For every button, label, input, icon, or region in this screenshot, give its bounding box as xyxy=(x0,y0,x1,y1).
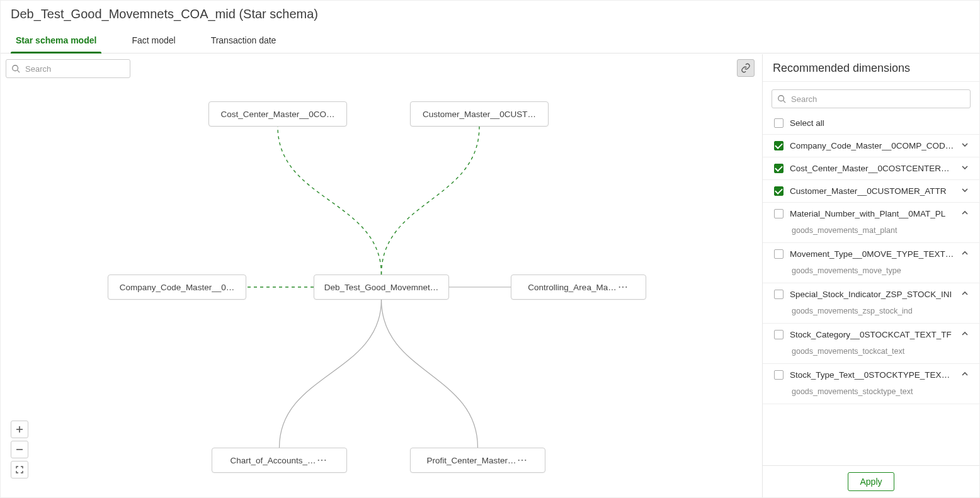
node-label: Chart_of_Accounts_… xyxy=(231,456,316,465)
schema-canvas[interactable]: Cost_Center_Master__0CO…Customer_Master_… xyxy=(1,54,762,497)
dimension-row[interactable]: Stock_Type_Text__0STOCKTYPE_TEXT_T xyxy=(763,364,979,386)
dimension-sub: goods_movements_stocktype_text xyxy=(763,386,979,404)
dimension-label: Stock_Category__0STOCKCAT_TEXT_TF xyxy=(790,330,954,339)
panel-search-input[interactable] xyxy=(790,94,965,105)
dimension-label: Movement_Type__0MOVE_TYPE_TEXT_T xyxy=(790,249,954,259)
dimension-sub: goods_movements_mat_plant xyxy=(763,225,979,242)
node-company_code[interactable]: Company_Code_Master__0… xyxy=(108,274,246,300)
link-icon xyxy=(741,63,751,73)
dimension-label: Stock_Type_Text__0STOCKTYPE_TEXT_T xyxy=(790,370,954,380)
svg-point-0 xyxy=(13,65,18,71)
dimension-item: Stock_Category__0STOCKCAT_TEXT_TFgoods_m… xyxy=(763,324,979,364)
chevron-up-icon[interactable] xyxy=(960,370,971,380)
node-menu-icon[interactable]: ⋯ xyxy=(617,282,629,292)
dimension-checkbox[interactable] xyxy=(774,370,783,380)
dimension-row[interactable]: Movement_Type__0MOVE_TYPE_TEXT_T xyxy=(763,243,979,265)
chevron-up-icon[interactable] xyxy=(960,208,971,219)
node-center_fact[interactable]: Deb_Test_Good_Movemnet… xyxy=(314,274,449,300)
dimension-checkbox[interactable] xyxy=(774,249,783,259)
select-all-row[interactable]: Select all xyxy=(763,115,979,135)
dimension-item: Material_Number_with_Plant__0MAT_PLgoods… xyxy=(763,203,979,243)
dimension-sub: goods_movements_zsp_stock_ind xyxy=(763,305,979,323)
dimension-checkbox[interactable] xyxy=(774,330,783,339)
select-all-checkbox[interactable] xyxy=(774,118,783,128)
node-label: Controlling_Area_Ma… xyxy=(528,283,616,292)
canvas-search[interactable] xyxy=(6,59,130,78)
link-toggle-button[interactable] xyxy=(737,59,755,77)
edge-center_fact-customer xyxy=(382,127,480,274)
dimension-row[interactable]: Special_Stock_Indicator_ZSP_STOCK_INI xyxy=(763,283,979,305)
dimension-item: Stock_Type_Text__0STOCKTYPE_TEXT_Tgoods_… xyxy=(763,364,979,404)
chevron-up-icon[interactable] xyxy=(960,249,971,259)
node-menu-icon[interactable]: ⋯ xyxy=(316,455,328,465)
canvas-search-input[interactable] xyxy=(24,64,132,74)
select-all-label: Select all xyxy=(790,118,824,128)
apply-bar: Apply xyxy=(763,465,979,497)
node-controlling[interactable]: Controlling_Area_Ma…⋯ xyxy=(511,274,646,300)
panel-search[interactable] xyxy=(772,89,971,108)
node-label: Deb_Test_Good_Movemnet… xyxy=(324,283,439,292)
dimension-item: Customer_Master__0CUSTOMER_ATTR xyxy=(763,180,979,203)
chevron-up-icon[interactable] xyxy=(960,329,971,340)
dimension-label: Customer_Master__0CUSTOMER_ATTR xyxy=(790,186,954,196)
dimension-sub: goods_movements_tockcat_text xyxy=(763,346,979,363)
dimension-row[interactable]: Cost_Center_Master__0COSTCENTER_AT xyxy=(763,157,979,179)
dimension-label: Company_Code_Master__0COMP_CODE_ xyxy=(790,141,954,150)
node-cost_center[interactable]: Cost_Center_Master__0CO… xyxy=(208,101,347,127)
zoom-out-button[interactable] xyxy=(11,441,28,458)
edge-center_fact-profit_center xyxy=(382,300,478,448)
tab-transaction-date[interactable]: Transaction date xyxy=(206,30,282,53)
dimension-row[interactable]: Stock_Category__0STOCKCAT_TEXT_TF xyxy=(763,324,979,346)
dimension-row[interactable]: Customer_Master__0CUSTOMER_ATTR xyxy=(763,180,979,202)
recommended-dimensions-panel: Recommended dimensions Select all Compan… xyxy=(762,54,979,497)
title-bar: Deb_Test_Good_Movemnets_COA_mid (Star sc… xyxy=(1,1,979,24)
dimension-checkbox[interactable] xyxy=(774,209,783,218)
chevron-up-icon[interactable] xyxy=(960,289,971,300)
dimension-checkbox[interactable] xyxy=(774,141,783,150)
dimension-row[interactable]: Company_Code_Master__0COMP_CODE_ xyxy=(763,135,979,157)
node-label: Profit_Center_Master… xyxy=(427,456,516,465)
edge-center_fact-cost_center xyxy=(278,127,382,274)
fit-screen-button[interactable] xyxy=(11,461,28,478)
svg-point-5 xyxy=(778,96,784,101)
dimension-checkbox[interactable] xyxy=(774,164,783,173)
dimension-item: Movement_Type__0MOVE_TYPE_TEXT_Tgoods_mo… xyxy=(763,243,979,283)
expand-icon xyxy=(16,466,23,473)
node-profit_center[interactable]: Profit_Center_Master…⋯ xyxy=(410,448,545,473)
chevron-down-icon[interactable] xyxy=(960,140,971,151)
dimension-label: Cost_Center_Master__0COSTCENTER_AT xyxy=(790,164,954,173)
node-label: Company_Code_Master__0… xyxy=(120,283,234,292)
tab-star-schema-model[interactable]: Star schema model xyxy=(11,30,101,53)
dimension-checkbox[interactable] xyxy=(774,186,783,196)
node-label: Cost_Center_Master__0CO… xyxy=(221,110,335,119)
dimension-item: Company_Code_Master__0COMP_CODE_ xyxy=(763,135,979,157)
dimension-label: Special_Stock_Indicator_ZSP_STOCK_INI xyxy=(790,290,954,299)
dimension-sub: goods_movements_move_type xyxy=(763,265,979,283)
chevron-down-icon[interactable] xyxy=(960,163,971,174)
panel-title: Recommended dimensions xyxy=(763,54,979,82)
node-customer[interactable]: Customer_Master__0CUST… xyxy=(410,101,549,127)
zoom-in-button[interactable] xyxy=(11,421,28,438)
search-icon xyxy=(777,94,786,103)
search-icon xyxy=(11,64,20,73)
node-label: Customer_Master__0CUST… xyxy=(423,110,536,119)
dimension-checkbox[interactable] xyxy=(774,290,783,299)
svg-line-1 xyxy=(18,71,20,73)
edge-center_fact-chart_accts xyxy=(280,300,382,448)
dimension-item: Cost_Center_Master__0COSTCENTER_AT xyxy=(763,157,979,180)
chevron-down-icon[interactable] xyxy=(960,186,971,196)
tab-strip: Star schema modelFact modelTransaction d… xyxy=(1,30,979,54)
tab-fact-model[interactable]: Fact model xyxy=(127,30,180,53)
zoom-controls xyxy=(11,421,28,478)
dimension-label: Material_Number_with_Plant__0MAT_PL xyxy=(790,209,954,218)
dimension-row[interactable]: Material_Number_with_Plant__0MAT_PL xyxy=(763,203,979,225)
node-menu-icon[interactable]: ⋯ xyxy=(516,455,528,465)
apply-button[interactable]: Apply xyxy=(848,472,894,491)
dimension-item: Special_Stock_Indicator_ZSP_STOCK_INIgoo… xyxy=(763,283,979,324)
svg-line-6 xyxy=(783,101,786,103)
node-chart_accts[interactable]: Chart_of_Accounts_…⋯ xyxy=(212,448,347,473)
minus-icon xyxy=(16,446,23,453)
dimension-list[interactable]: Company_Code_Master__0COMP_CODE_Cost_Cen… xyxy=(763,135,979,465)
page-title: Deb_Test_Good_Movemnets_COA_mid (Star sc… xyxy=(11,7,969,21)
plus-icon xyxy=(16,426,23,433)
